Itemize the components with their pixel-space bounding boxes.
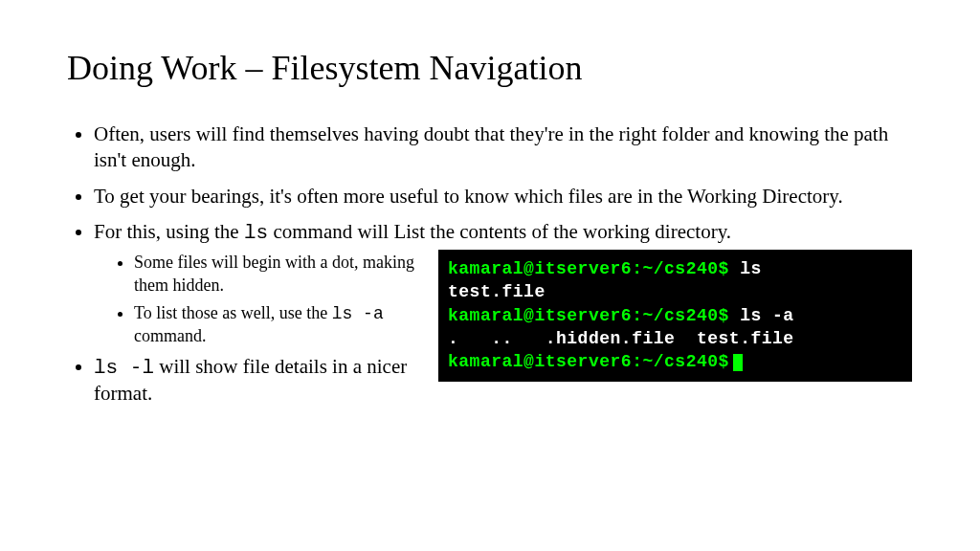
terminal-prompt: kamaral@itserver6:~/cs240$ <box>448 306 729 325</box>
terminal-command: ls -a <box>729 306 794 325</box>
slide-title: Doing Work – Filesystem Navigation <box>67 48 913 88</box>
sub-bullet-list: Some files will begin with a dot, making… <box>94 252 419 348</box>
code-span: ls <box>244 222 268 244</box>
text-span: For this, using the <box>94 220 244 243</box>
code-span: ls -l <box>94 357 154 379</box>
terminal-output: . .. .hidden.file test.file <box>448 329 794 348</box>
terminal-prompt: kamaral@itserver6:~/cs240$ <box>448 352 729 371</box>
terminal-cursor <box>733 354 743 371</box>
terminal-screenshot: kamaral@itserver6:~/cs240$ ls test.file … <box>438 250 912 381</box>
bullet-item: Often, users will find themselves having… <box>94 121 913 174</box>
bullet-item: To get your bearings, it's often more us… <box>94 184 913 209</box>
bullet-item: For this, using the ls command will List… <box>94 219 913 416</box>
text-span: To list those as well, use the <box>134 303 332 322</box>
text-span: command. <box>134 326 206 345</box>
slide-content: Often, users will find themselves having… <box>67 121 913 416</box>
bullet-item: ls -l will show file details in a nicer … <box>94 354 419 408</box>
sub-bullet-item: Some files will begin with a dot, making… <box>134 252 419 297</box>
sub-bullet-item: To list those as well, use the ls -a com… <box>134 302 419 348</box>
terminal-command: ls <box>729 259 762 278</box>
terminal-output: test.file <box>448 282 546 301</box>
code-span: ls -a <box>332 304 384 323</box>
terminal-prompt: kamaral@itserver6:~/cs240$ <box>448 259 729 278</box>
main-bullet-list: Often, users will find themselves having… <box>67 121 913 416</box>
text-span: command will List the contents of the wo… <box>268 220 731 243</box>
